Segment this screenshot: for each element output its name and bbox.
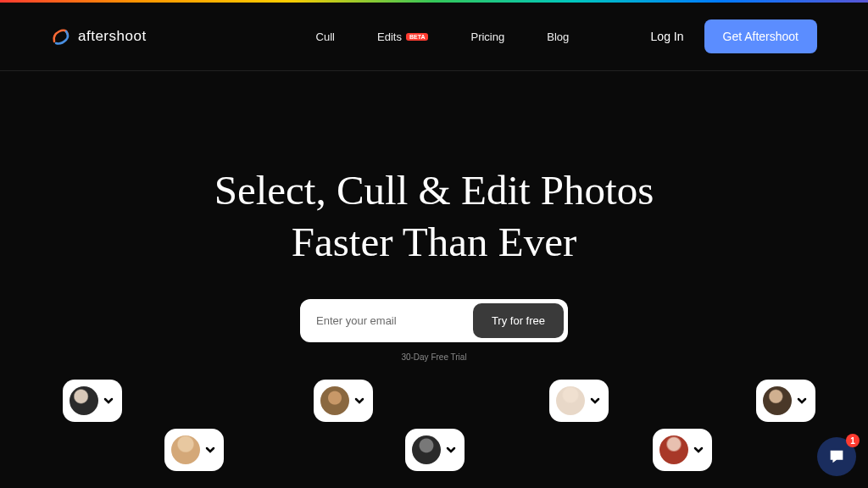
avatar — [171, 435, 200, 464]
chat-notification-badge: 1 — [846, 434, 860, 447]
hero-title-line1: Select, Cull & Edit Photos — [214, 167, 654, 214]
nav-item-label: Pricing — [470, 30, 504, 43]
nav-item-label: Edits — [377, 30, 402, 43]
email-input[interactable] — [304, 304, 473, 337]
avatar-card[interactable] — [314, 380, 373, 422]
email-signup-form: Try for free — [300, 299, 568, 342]
brand-logo[interactable]: aftershoot — [51, 26, 147, 47]
hero-section: Select, Cull & Edit Photos Faster Than E… — [0, 71, 868, 362]
chat-widget-button[interactable]: 1 — [817, 437, 856, 476]
main-nav: Cull Edits BETA Pricing Blog — [316, 30, 570, 43]
nav-pricing[interactable]: Pricing — [470, 30, 504, 43]
hero-title-line2: Faster Than Ever — [292, 219, 577, 265]
avatar-card[interactable] — [653, 429, 712, 471]
nav-edits[interactable]: Edits BETA — [377, 30, 428, 43]
avatar-card[interactable] — [756, 380, 815, 422]
chevron-down-icon — [203, 443, 217, 457]
site-header: aftershoot Cull Edits BETA Pricing Blog … — [0, 3, 868, 71]
avatar — [556, 386, 585, 415]
avatar — [659, 435, 688, 464]
chat-icon — [827, 447, 846, 466]
avatar — [412, 435, 441, 464]
avatar-card[interactable] — [549, 380, 609, 422]
avatar-card[interactable] — [63, 380, 122, 422]
login-link[interactable]: Log In — [651, 30, 684, 43]
try-free-button[interactable]: Try for free — [473, 303, 564, 338]
chevron-down-icon — [444, 443, 458, 457]
chevron-down-icon — [692, 443, 705, 457]
nav-blog[interactable]: Blog — [547, 30, 569, 43]
get-aftershoot-button[interactable]: Get Aftershoot — [704, 19, 818, 53]
nav-item-label: Blog — [547, 30, 569, 43]
chevron-down-icon — [588, 394, 602, 408]
avatar — [320, 386, 349, 415]
chevron-down-icon — [795, 394, 809, 408]
nav-item-label: Cull — [316, 30, 335, 43]
brand-name: aftershoot — [78, 28, 147, 45]
avatar-card[interactable] — [405, 429, 465, 471]
avatar — [70, 386, 98, 415]
beta-badge: BETA — [406, 33, 429, 41]
header-actions: Log In Get Aftershoot — [651, 19, 817, 53]
trial-note: 30-Day Free Trial — [0, 352, 868, 362]
chevron-down-icon — [102, 394, 115, 408]
logo-icon — [51, 26, 71, 47]
testimonial-avatars — [0, 386, 868, 488]
chevron-down-icon — [353, 394, 366, 408]
nav-cull[interactable]: Cull — [316, 30, 335, 43]
avatar-card[interactable] — [164, 429, 224, 471]
avatar — [763, 386, 792, 415]
hero-title: Select, Cull & Edit Photos Faster Than E… — [0, 164, 868, 269]
